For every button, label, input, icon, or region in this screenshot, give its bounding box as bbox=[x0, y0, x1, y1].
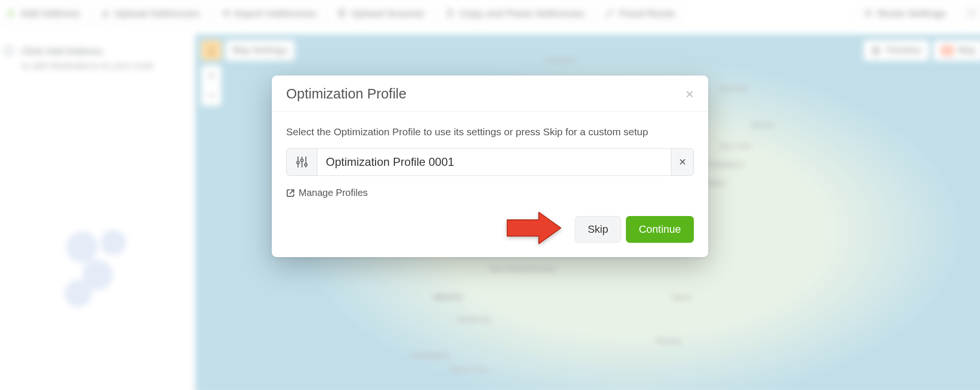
optimization-profile-modal: Optimization Profile × Select the Optimi… bbox=[272, 76, 708, 257]
svg-point-9 bbox=[301, 159, 303, 162]
profile-select-value: Optimization Profile 0001 bbox=[326, 155, 454, 168]
modal-header: Optimization Profile × bbox=[272, 76, 708, 112]
manage-profiles-link[interactable]: Manage Profiles bbox=[286, 187, 368, 198]
profile-select-icon-box bbox=[286, 148, 317, 176]
svg-point-10 bbox=[304, 163, 307, 166]
modal-footer: Skip Continue bbox=[272, 203, 708, 257]
profile-clear-button[interactable]: ✕ bbox=[671, 148, 694, 176]
modal-close-button[interactable]: × bbox=[685, 87, 694, 101]
close-icon: × bbox=[685, 86, 694, 102]
modal-body: Select the Optimization Profile to use i… bbox=[272, 112, 708, 203]
continue-label: Continue bbox=[639, 223, 681, 235]
modal-overlay: Optimization Profile × Select the Optimi… bbox=[0, 0, 980, 390]
skip-button[interactable]: Skip bbox=[575, 216, 621, 243]
profile-select-row: Optimization Profile 0001 ✕ bbox=[286, 148, 694, 176]
modal-title: Optimization Profile bbox=[286, 86, 406, 102]
skip-label: Skip bbox=[588, 223, 608, 235]
sliders-icon bbox=[295, 155, 309, 169]
continue-button[interactable]: Continue bbox=[626, 216, 694, 243]
x-icon: ✕ bbox=[679, 156, 687, 168]
external-link-icon bbox=[286, 189, 295, 197]
svg-point-8 bbox=[297, 162, 299, 164]
modal-description: Select the Optimization Profile to use i… bbox=[286, 126, 694, 138]
manage-profiles-label: Manage Profiles bbox=[299, 187, 368, 198]
annotation-arrow bbox=[505, 210, 563, 246]
profile-select-input[interactable]: Optimization Profile 0001 bbox=[317, 148, 671, 176]
